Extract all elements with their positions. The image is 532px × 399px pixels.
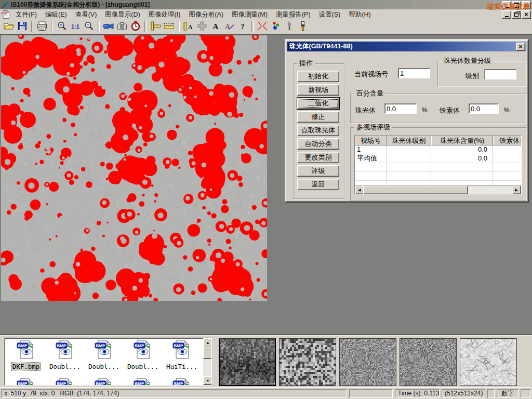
table-row[interactable] [355, 163, 521, 172]
sample-thumbnail-1[interactable] [219, 338, 276, 386]
ferrite-value-input[interactable] [469, 103, 499, 114]
file-item[interactable]: BMP [124, 378, 162, 385]
menu-item[interactable]: 图像处理(I) [144, 11, 185, 18]
scroll-up-icon[interactable]: ▲ [203, 338, 212, 347]
toolbar-timer-button[interactable] [129, 21, 142, 33]
vscroll-thumb[interactable] [203, 347, 212, 359]
binarize-button[interactable]: 二值化 [297, 98, 339, 109]
file-item[interactable]: BMPDoubl... [46, 340, 84, 371]
table-hscrollbar[interactable]: ◀ ▶ [355, 185, 521, 194]
toolbar-video-capture-button[interactable] [102, 21, 115, 33]
document-icon[interactable]: DOC [0, 10, 11, 19]
grade-button[interactable]: 评级 [297, 165, 339, 177]
menu-item[interactable]: 编辑(E) [41, 11, 71, 18]
toolbar-zoom-out-button[interactable] [82, 21, 96, 33]
file-item[interactable]: BMPDoubl... [124, 340, 162, 371]
child-restore-icon[interactable] [512, 10, 521, 19]
menu-item[interactable]: 查看(V) [71, 11, 101, 18]
svg-text:BMP: BMP [57, 381, 66, 385]
mode-status: 数字 [497, 389, 518, 398]
pearlite-value-input[interactable] [384, 103, 417, 114]
table-row[interactable]: 平均值0.0 [355, 154, 521, 163]
file-name[interactable]: Doubl... [48, 363, 82, 370]
new-field-button[interactable]: 新视场 [297, 84, 339, 96]
menu-item[interactable]: 测量报告(P) [272, 11, 315, 18]
auto-classify-button[interactable]: 自动分类 [297, 138, 339, 150]
toolbar-open-file-button[interactable] [2, 21, 16, 33]
file-name[interactable]: HuiTi... [165, 363, 198, 370]
file-list-scrollbar[interactable]: ▲ ▼ [203, 338, 211, 385]
return-button[interactable]: 返回 [297, 179, 339, 190]
child-close-icon[interactable] [522, 10, 531, 19]
dialog-title-bar[interactable]: 珠光体(GB/T9441-88) [287, 42, 526, 51]
file-item[interactable]: BMPHuiTi... [163, 340, 201, 371]
toolbar-snapshot-button[interactable] [115, 21, 129, 33]
pick-pearlite-button[interactable]: 点取珠光体 [297, 125, 339, 136]
svg-text:A: A [213, 22, 219, 31]
hscroll-thumb[interactable] [363, 185, 468, 194]
file-list[interactable]: BMPDKF.bmpBMPDoubl...BMPDoubl...BMPDoubl… [4, 338, 212, 385]
file-item[interactable]: BMPDoubl... [85, 340, 123, 371]
title-bar[interactable]: IS100显微摄像系统(金相分析版) - [zhuguangti01] [0, 0, 532, 9]
table-header-cell[interactable]: 珠光体含量(%) [431, 136, 493, 145]
dialog-close-icon[interactable] [516, 43, 525, 51]
line-measure-icon [163, 21, 175, 33]
file-item[interactable]: BMP [7, 378, 45, 385]
initialize-button[interactable]: 初始化 [297, 71, 339, 82]
menu-item[interactable]: 图像分析(A) [184, 11, 228, 18]
toolbar-curve-tool-button[interactable] [256, 21, 269, 33]
table-cell [387, 172, 431, 181]
menu-item[interactable]: 设置(S) [315, 11, 345, 18]
toolbar-line-measure-button[interactable] [162, 21, 176, 33]
menu-item[interactable]: 图像测量(M) [228, 11, 272, 18]
toolbar-actual-size-button[interactable]: 1:1 [69, 21, 82, 33]
toolbar-zoom-in-button[interactable] [55, 21, 69, 33]
file-item[interactable]: BMPDKF.bmp [7, 340, 45, 371]
file-name[interactable]: Doubl... [126, 363, 159, 370]
scroll-right-icon[interactable]: ▶ [512, 185, 521, 194]
multiview-group-label: 多视场评级 [354, 124, 392, 131]
file-item[interactable]: BMP [85, 378, 123, 385]
table-header-cell[interactable]: 珠光体级别 [387, 136, 431, 145]
toolbar-grid-overlay-button[interactable] [195, 21, 209, 33]
table-row[interactable] [355, 172, 521, 181]
svg-text:A: A [224, 23, 230, 31]
sample-thumbnail-5[interactable] [460, 338, 517, 386]
metallographic-image[interactable] [1, 35, 267, 301]
table-header-cell[interactable]: 铁素体含量(%) [493, 136, 521, 145]
sample-thumbnail-3[interactable] [339, 338, 396, 386]
toolbar-help-button[interactable]: ? [236, 21, 249, 33]
file-name[interactable]: Doubl... [87, 363, 121, 370]
toolbar-print-button[interactable] [35, 21, 49, 33]
file-item[interactable]: BMP [46, 378, 84, 385]
file-name[interactable]: DKF.bmp [11, 363, 41, 370]
toolbar-separator [251, 21, 254, 32]
toolbar-caliper-measure-button[interactable] [149, 21, 162, 33]
table-row[interactable]: 10.0 [355, 145, 521, 154]
toolbar-brush-tool-button[interactable] [296, 21, 310, 33]
scroll-down-icon[interactable]: ▼ [203, 376, 212, 385]
table-header-cell[interactable]: 视场号 [355, 136, 387, 145]
classify-tool-icon [271, 21, 281, 33]
text-annotation-icon: A [210, 21, 221, 33]
change-category-button[interactable]: 更改类别 [297, 152, 339, 163]
menu-item[interactable]: 帮助(H) [344, 11, 375, 18]
menu-item[interactable]: 图像显示(D) [101, 11, 144, 18]
correct-button[interactable]: 修正 [297, 111, 339, 123]
sample-thumbnail-2[interactable] [279, 338, 336, 386]
percent-group [350, 94, 527, 124]
toolbar-save-file-button[interactable] [16, 21, 29, 33]
grade-input[interactable] [484, 69, 516, 79]
current-view-input[interactable] [398, 68, 430, 78]
sample-thumbnail-4[interactable] [400, 338, 457, 386]
toolbar-label-measure-button[interactable]: A [182, 21, 195, 33]
file-item[interactable]: BMP [163, 378, 201, 385]
toolbar-text-annotation-button[interactable]: A [209, 21, 222, 33]
ferrite-label: 铁素体 [440, 106, 460, 115]
menu-item[interactable]: 文件(F) [11, 11, 41, 18]
multiview-table[interactable]: 视场号珠光体级别珠光体含量(%)铁素体含量(%) 10.0平均值0.0 ◀ ▶ [354, 135, 522, 194]
toolbar-pen-tool-button[interactable] [283, 21, 296, 33]
child-minimize-icon[interactable] [502, 10, 511, 19]
toolbar-classify-tool-button[interactable] [269, 21, 283, 33]
toolbar-edit-annotation-button[interactable]: A [222, 21, 236, 33]
